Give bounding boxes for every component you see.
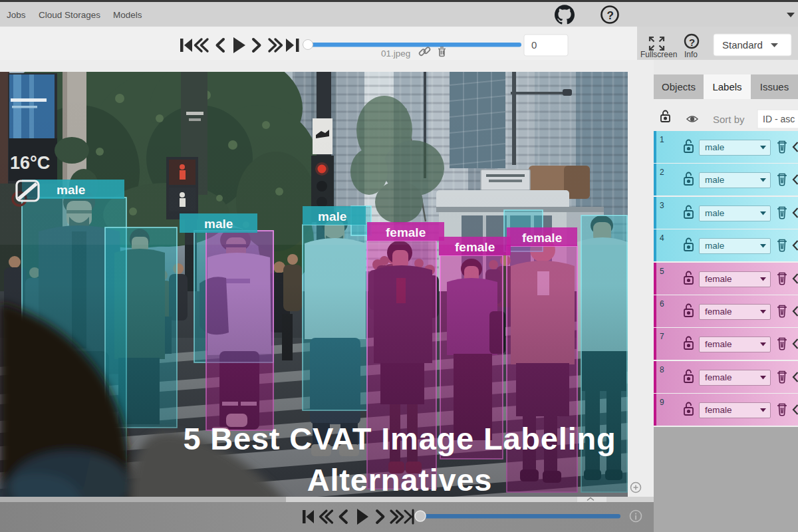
svg-text:01.jpeg: 01.jpeg: [381, 49, 410, 59]
svg-text:Sort by: Sort by: [713, 114, 745, 125]
svg-text:?: ?: [607, 9, 614, 22]
svg-text:ID - asc: ID - asc: [763, 114, 795, 124]
svg-text:Fullscreen: Fullscreen: [640, 50, 677, 59]
svg-text:?: ?: [689, 37, 695, 48]
svg-text:Standard: Standard: [722, 39, 763, 51]
svg-text:Info: Info: [684, 50, 698, 59]
svg-text:0: 0: [531, 39, 537, 51]
